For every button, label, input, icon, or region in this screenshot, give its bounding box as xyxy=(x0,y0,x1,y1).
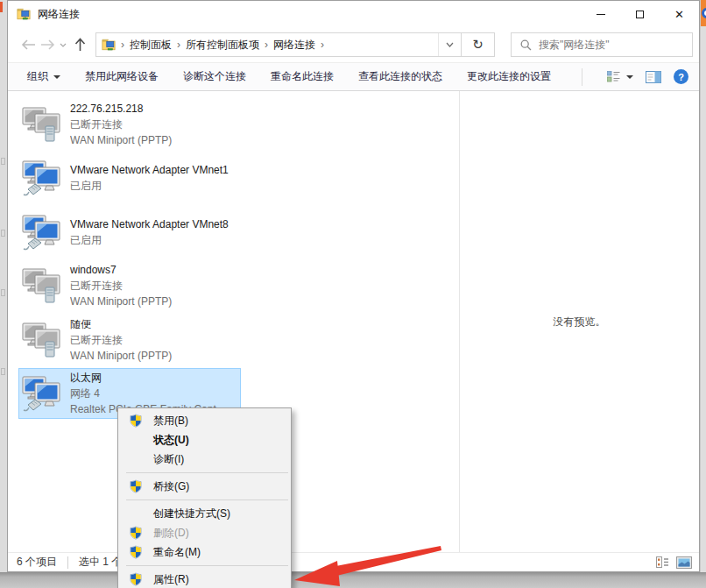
address-folder-icon xyxy=(102,39,116,51)
navigation-bar: › 控制面板 › 所有控制面板项 › 网络连接 › ↻ xyxy=(8,27,699,62)
preview-pane-button[interactable] xyxy=(646,71,661,83)
uac-shield-icon xyxy=(129,414,143,428)
minimize-button[interactable] xyxy=(581,1,620,27)
network-adapter-icon xyxy=(21,159,63,197)
forward-button[interactable] xyxy=(38,39,57,50)
context-menu-separator xyxy=(126,499,288,500)
minimize-icon xyxy=(597,14,605,15)
view-options-button[interactable] xyxy=(607,71,633,82)
breadcrumb-item[interactable]: 控制面板 xyxy=(130,38,172,53)
window-title: 网络连接 xyxy=(38,7,80,22)
breadcrumb-item[interactable]: 所有控制面板项 xyxy=(186,38,259,53)
details-view-icon xyxy=(656,556,669,568)
background-bottom-band xyxy=(0,572,706,588)
toolbar-action[interactable]: 重命名此连接 xyxy=(271,69,334,84)
chevron-down-icon xyxy=(53,75,60,79)
connection-status: 网络 4 xyxy=(70,386,240,401)
context-menu: 禁用(B) 状态(U) 诊断(I) xyxy=(117,407,292,588)
background-window-left-strip xyxy=(0,0,7,588)
context-menu-item[interactable]: 禁用(B) xyxy=(118,411,291,430)
search-input[interactable] xyxy=(539,39,679,51)
connection-list-item[interactable]: VMware Network Adapter VMnet8 已启用 xyxy=(18,207,241,258)
context-menu-separator xyxy=(126,565,288,566)
connection-list-item[interactable]: 222.76.215.218 已断开连接 WAN Miniport (PPTP) xyxy=(18,99,241,150)
breadcrumb-chevron-icon: › xyxy=(315,39,329,51)
context-menu-item-label: 状态(U) xyxy=(153,433,189,448)
network-adapter-icon xyxy=(21,105,63,144)
connection-status: 已断开连接 xyxy=(70,117,240,132)
context-menu-item[interactable]: 重命名(M) xyxy=(118,542,291,562)
connection-name: VMware Network Adapter VMnet1 xyxy=(70,162,240,178)
toolbar-action[interactable]: 诊断这个连接 xyxy=(183,69,246,84)
organize-menu-button[interactable]: 组织 xyxy=(27,69,60,84)
toolbar-separator xyxy=(582,68,582,86)
selected-count: 选中 1 个 xyxy=(79,555,122,570)
connection-list-item[interactable]: 随便 已断开连接 WAN Miniport (PPTP) xyxy=(18,315,241,365)
connection-name: VMware Network Adapter VMnet8 xyxy=(70,216,240,232)
context-menu-item[interactable]: 桥接(G) xyxy=(118,477,291,496)
search-box[interactable] xyxy=(511,32,693,57)
command-toolbar: 组织 禁用此网络设备诊断这个连接重命名此连接查看此连接的状态更改此连接的设置 xyxy=(8,62,699,91)
network-adapter-icon xyxy=(21,321,63,359)
network-folder-icon xyxy=(17,8,31,20)
connection-device: WAN Miniport (PPTP) xyxy=(70,132,240,148)
context-menu-item-label: 禁用(B) xyxy=(153,414,188,429)
breadcrumb-item[interactable]: 网络连接 xyxy=(273,38,315,53)
preview-pane-icon xyxy=(646,71,661,83)
context-menu-item-label: 创建快捷方式(S) xyxy=(153,507,230,521)
organize-label: 组织 xyxy=(27,69,48,84)
help-icon: ? xyxy=(674,69,688,84)
toolbar-action[interactable]: 查看此连接的状态 xyxy=(358,69,442,84)
up-button[interactable] xyxy=(69,38,90,52)
context-menu-separator xyxy=(126,472,288,473)
connection-list-item[interactable]: VMware Network Adapter VMnet1 已启用 xyxy=(18,152,241,203)
breadcrumb-chevron-icon: › xyxy=(116,39,130,51)
network-adapter-icon xyxy=(21,266,63,305)
context-menu-item[interactable]: 属性(R) xyxy=(118,570,291,588)
address-dropdown-button[interactable] xyxy=(438,33,461,56)
no-preview-text: 没有预览。 xyxy=(554,315,606,329)
network-connections-window: 网络连接 ✕ xyxy=(7,0,700,572)
thumbnail-view-button[interactable] xyxy=(676,556,692,569)
connection-list-item[interactable]: windows7 已断开连接 WAN Miniport (PPTP) xyxy=(18,260,241,311)
items-count: 6 个项目 xyxy=(17,555,57,570)
address-bar[interactable]: › 控制面板 › 所有控制面板项 › 网络连接 › xyxy=(95,32,462,57)
connection-status: 已启用 xyxy=(70,232,240,248)
uac-shield-icon xyxy=(129,526,143,540)
close-icon: ✕ xyxy=(674,9,684,20)
details-view-button[interactable] xyxy=(656,556,669,568)
network-adapter-icon xyxy=(21,213,63,251)
context-menu-item[interactable]: 创建快捷方式(S) xyxy=(118,504,291,523)
toolbar-action[interactable]: 禁用此网络设备 xyxy=(85,69,159,84)
context-menu-item-label: 重命名(M) xyxy=(153,545,201,560)
background-browser-icon-fragment xyxy=(701,0,706,26)
chevron-down-icon xyxy=(626,75,633,79)
maximize-icon xyxy=(636,11,644,18)
maximize-button[interactable] xyxy=(620,1,660,27)
network-adapter-icon xyxy=(21,374,63,413)
toolbar-action[interactable]: 更改此连接的设置 xyxy=(467,69,551,84)
context-menu-item[interactable]: 删除(D) xyxy=(118,523,291,542)
connection-status: 已启用 xyxy=(70,178,240,194)
preview-pane: 没有预览。 xyxy=(460,91,699,552)
help-button[interactable]: ? xyxy=(674,69,688,84)
close-button[interactable]: ✕ xyxy=(660,1,699,27)
context-menu-item-label: 诊断(I) xyxy=(153,452,184,467)
context-menu-item[interactable]: 诊断(I) xyxy=(118,450,291,469)
context-menu-item[interactable]: 状态(U) xyxy=(118,430,291,450)
context-menu-item-label: 属性(R) xyxy=(153,572,189,587)
background-icon-fragment xyxy=(1,230,5,237)
background-icon-fragment xyxy=(1,368,5,375)
breadcrumb-chevron-icon: › xyxy=(172,39,186,51)
connection-name: 随便 xyxy=(70,316,240,332)
background-icon-fragment xyxy=(1,158,5,165)
connection-status: 已断开连接 xyxy=(70,332,240,348)
background-icon-fragment xyxy=(1,289,5,296)
connection-name: windows7 xyxy=(70,262,240,278)
refresh-button[interactable]: ↻ xyxy=(462,32,495,57)
view-options-icon xyxy=(607,71,621,82)
back-button[interactable] xyxy=(18,39,38,50)
connection-name: 以太网 xyxy=(70,370,240,386)
recent-pages-dropdown[interactable] xyxy=(57,43,69,47)
connection-status: 已断开连接 xyxy=(70,278,240,294)
